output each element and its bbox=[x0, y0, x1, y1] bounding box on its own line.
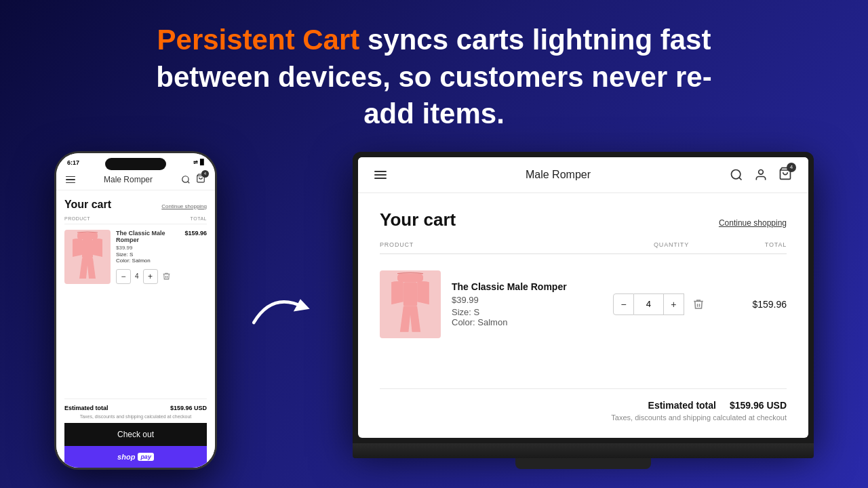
svg-point-0 bbox=[182, 176, 189, 182]
laptop-cart-icon-wrap[interactable]: 4 bbox=[778, 167, 792, 183]
phone-nav-icons: 4 bbox=[181, 174, 205, 186]
laptop-cart-header: Your cart Continue shopping bbox=[380, 209, 787, 230]
laptop-cart-footer: Estimated total $159.96 USD Taxes, disco… bbox=[380, 388, 787, 422]
phone-qty-increase[interactable]: + bbox=[143, 269, 158, 284]
phone-col-total: TOTAL bbox=[191, 216, 207, 221]
phone-screen: 6:17 ⇌ ▉ Male Romper 4 bbox=[56, 153, 215, 468]
phone-cart-header: Your cart Continue shopping bbox=[64, 199, 207, 211]
phone-status-icons: ⇌ ▉ bbox=[193, 159, 204, 165]
phone-product-image bbox=[64, 230, 111, 284]
laptop-qty-control: − 4 + bbox=[613, 293, 708, 315]
laptop-product-color: Color: Salmon bbox=[452, 317, 602, 327]
phone-product-total: $159.96 bbox=[184, 230, 207, 237]
phone-qty-decrease[interactable]: − bbox=[116, 269, 131, 284]
phone-estimated-value: $159.96 USD bbox=[170, 405, 207, 411]
phone-continue-shopping[interactable]: Continue shopping bbox=[161, 203, 207, 209]
laptop-col-headers: PRODUCT QUANTITY TOTAL bbox=[380, 241, 787, 254]
svg-rect-11 bbox=[403, 283, 417, 306]
phone-cart-icon-wrap[interactable]: 4 bbox=[196, 174, 205, 186]
phone-search-icon[interactable] bbox=[181, 175, 191, 184]
laptop-store-title: Male Romper bbox=[526, 169, 591, 181]
laptop-product-price: $39.99 bbox=[452, 295, 602, 305]
laptop-continue-shopping[interactable]: Continue shopping bbox=[719, 218, 787, 228]
phone-product-color: Color: Salmon bbox=[116, 258, 179, 264]
hamburger-line-3 bbox=[66, 182, 75, 184]
arrow-svg bbox=[248, 285, 322, 335]
svg-rect-10 bbox=[397, 274, 423, 283]
laptop-search-icon[interactable] bbox=[730, 168, 743, 182]
phone-notch bbox=[105, 158, 166, 170]
phone-store-title: Male Romper bbox=[104, 175, 153, 184]
trash-svg bbox=[692, 298, 705, 310]
hamburger-line-2 bbox=[66, 179, 75, 180]
phone-time: 6:17 bbox=[67, 159, 79, 166]
laptop-cart-title: Your cart bbox=[380, 209, 456, 230]
phone-trash-icon[interactable] bbox=[162, 272, 171, 281]
laptop-col-total: TOTAL bbox=[719, 241, 787, 248]
laptop-romper-svg bbox=[383, 272, 437, 336]
phone-qty-row: − 4 + bbox=[116, 269, 179, 284]
laptop-product-name: The Classic Male Romper bbox=[452, 281, 602, 292]
phone-estimated: Estimated total $159.96 USD bbox=[64, 399, 207, 414]
devices-row: 6:17 ⇌ ▉ Male Romper 4 bbox=[0, 146, 868, 488]
phone-taxes-note: Taxes, discounts and shipping calculated… bbox=[64, 414, 207, 419]
laptop-qty-decrease[interactable]: − bbox=[613, 293, 634, 315]
phone-col-product: PRODUCT bbox=[64, 216, 90, 221]
svg-line-7 bbox=[739, 178, 742, 180]
phone-col-headers: PRODUCT TOTAL bbox=[64, 216, 207, 224]
phone-product-name: The Classic Male Romper bbox=[116, 230, 179, 243]
laptop-trash-icon[interactable] bbox=[690, 295, 708, 314]
laptop-nav-icons: 4 bbox=[730, 167, 792, 183]
phone-product-price: $39.99 bbox=[116, 245, 179, 251]
svg-rect-3 bbox=[77, 232, 98, 239]
svg-point-6 bbox=[732, 169, 741, 178]
phone-product-size: Size: S bbox=[116, 251, 179, 258]
laptop-stand bbox=[515, 458, 651, 469]
laptop-product-total: $159.96 bbox=[719, 299, 787, 310]
phone-menu-icon[interactable] bbox=[66, 176, 75, 184]
phone-shoppay-label: shop bbox=[117, 453, 135, 461]
laptop-cart-badge-count: 4 bbox=[787, 163, 796, 172]
laptop-estimated: Estimated total $159.96 USD bbox=[380, 400, 787, 411]
laptop-col-quantity: QUANTITY bbox=[624, 241, 719, 248]
phone-cart-title: Your cart bbox=[64, 199, 111, 211]
headline: Persistent Cart syncs carts lightning fa… bbox=[95, 0, 773, 146]
phone-checkout-button[interactable]: Check out bbox=[64, 423, 207, 446]
phone-shoppay-button[interactable]: shop pay bbox=[64, 446, 207, 468]
laptop-base bbox=[353, 443, 814, 458]
laptop-product-size: Size: S bbox=[452, 307, 602, 317]
laptop-col-product: PRODUCT bbox=[380, 241, 624, 248]
wifi-icon: ⇌ bbox=[193, 159, 198, 165]
hamburger-line-lg-1 bbox=[374, 171, 387, 172]
laptop-nav: Male Romper 4 bbox=[358, 157, 808, 193]
laptop-product-image bbox=[380, 270, 441, 338]
sync-arrow bbox=[244, 285, 326, 335]
phone-shoppay-pay: pay bbox=[138, 453, 154, 461]
laptop-screen: Male Romper 4 Your cart Continue s bbox=[358, 157, 808, 438]
svg-line-1 bbox=[188, 182, 190, 184]
svg-rect-4 bbox=[82, 239, 93, 258]
phone-nav: Male Romper 4 bbox=[56, 169, 215, 190]
laptop-menu-icon[interactable] bbox=[374, 171, 387, 179]
laptop-estimated-value: $159.96 USD bbox=[730, 400, 787, 411]
laptop-account-icon[interactable] bbox=[754, 168, 768, 182]
laptop-device: Male Romper 4 Your cart Continue s bbox=[353, 152, 814, 469]
brand-name: Persistent Cart bbox=[157, 24, 360, 56]
laptop-taxes-note: Taxes, discounts and shipping calculated… bbox=[380, 413, 787, 422]
laptop-product-details: The Classic Male Romper $39.99 Size: S C… bbox=[452, 281, 602, 327]
laptop-product-row: The Classic Male Romper $39.99 Size: S C… bbox=[380, 262, 787, 346]
laptop-estimated-label: Estimated total bbox=[648, 400, 716, 411]
hamburger-line-lg-3 bbox=[374, 178, 387, 179]
laptop-qty-increase[interactable]: + bbox=[663, 293, 684, 315]
phone-qty-value: 4 bbox=[135, 272, 139, 280]
svg-point-8 bbox=[759, 169, 764, 174]
phone-cart-badge: 4 bbox=[201, 170, 209, 178]
laptop-cart-content: Your cart Continue shopping PRODUCT QUAN… bbox=[358, 193, 808, 438]
phone-estimated-label: Estimated total bbox=[64, 405, 108, 411]
hamburger-line-lg-2 bbox=[374, 174, 387, 176]
laptop-qty-value: 4 bbox=[634, 293, 663, 315]
hamburger-line-1 bbox=[66, 176, 75, 178]
phone-romper-svg bbox=[67, 231, 108, 282]
phone-product-details: The Classic Male Romper $39.99 Size: S C… bbox=[116, 230, 179, 284]
phone-device: 6:17 ⇌ ▉ Male Romper 4 bbox=[54, 151, 217, 470]
